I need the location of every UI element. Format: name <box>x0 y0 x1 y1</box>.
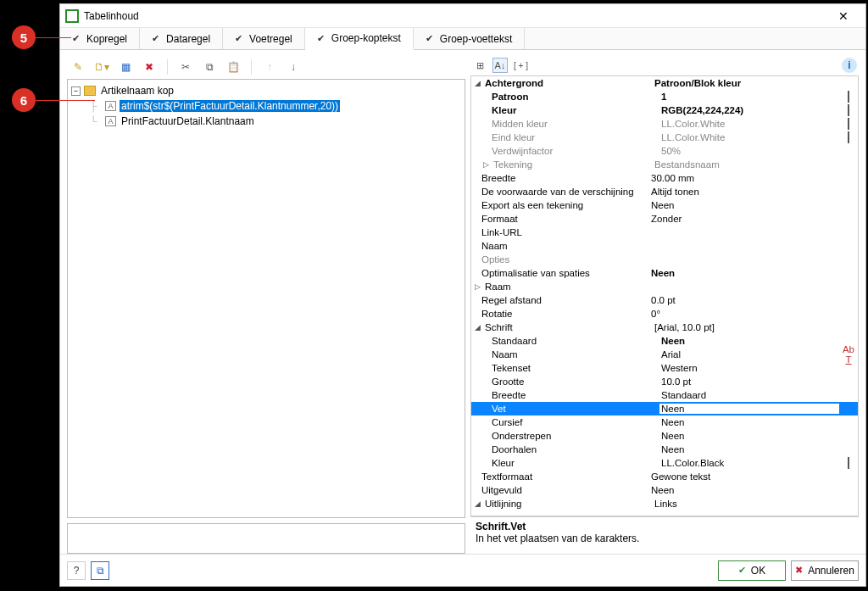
prop-textformaat[interactable]: Textformaat <box>480 471 649 482</box>
prop-voorwaarde[interactable]: De voorwaarde van de verschijning <box>480 187 649 197</box>
tab-voetregel[interactable]: ✔Voetregel <box>223 28 305 49</box>
check-icon: ✔ <box>152 33 159 44</box>
delete-icon[interactable]: ✖ <box>142 59 157 75</box>
property-toolbar: ⊞ A↓ [ + ] i <box>470 55 859 75</box>
prop-opties[interactable]: Opties <box>480 254 649 265</box>
text-field-icon: A <box>105 116 116 126</box>
paste-icon: 📋 <box>225 59 241 75</box>
prop-kleur[interactable]: Kleur <box>490 105 659 115</box>
copy-icon[interactable]: ⧉ <box>202 59 217 75</box>
field-tree[interactable]: − Artikelnaam kop ├ A atrim$(str$(PrintF… <box>67 79 465 518</box>
move-up-icon: ↑ <box>262 59 277 75</box>
prop-linkurl[interactable]: Link-URL <box>480 227 649 237</box>
move-down-icon[interactable]: ↓ <box>286 59 301 75</box>
expression-input[interactable] <box>67 523 465 554</box>
prop-export[interactable]: Export als een tekening <box>480 200 649 210</box>
tree-item-1[interactable]: ├ A atrim$(str$(PrintFactuurDetail.Klant… <box>71 98 461 114</box>
prop-achtergrond[interactable]: Achtergrond <box>483 78 653 88</box>
prop-vet[interactable]: Vet <box>490 404 659 414</box>
new-dropdown-icon[interactable]: 🗋▾ <box>94 59 109 75</box>
sort-az-icon[interactable]: A↓ <box>492 58 508 73</box>
prop-schrift-naam[interactable]: Naam <box>490 349 659 360</box>
prop-uitlijning[interactable]: Uitlijning <box>483 499 653 509</box>
right-pane: ⊞ A↓ [ + ] i ◢AchtergrondPatroon/Blok kl… <box>470 55 859 554</box>
check-icon: ✔ <box>738 565 746 576</box>
desc-title: Schrift.Vet <box>476 521 854 532</box>
window-title: Tabelinhoud <box>84 10 826 22</box>
property-grid[interactable]: ◢AchtergrondPatroon/Blok kleur Patroon1 … <box>470 75 859 516</box>
callout-6: 6 <box>12 88 36 112</box>
grid-icon[interactable]: ▦ <box>118 59 133 75</box>
left-pane: ✎ 🗋▾ ▦ ✖ ✂ ⧉ 📋 ↑ ↓ − Artikelnaam kop <box>67 55 465 554</box>
collapse-icon[interactable]: − <box>71 86 81 96</box>
folder-icon <box>84 86 96 96</box>
prop-tekenset[interactable]: Tekenset <box>490 363 659 373</box>
prop-eindkleur[interactable]: Eind kleur <box>490 132 659 142</box>
windows-icon[interactable]: ⧉ <box>91 561 109 580</box>
callout-5: 5 <box>12 25 36 49</box>
prop-tekening[interactable]: Tekening <box>492 159 653 170</box>
desc-text: In het vet plaatsen van de karakters. <box>476 532 854 544</box>
wand-icon[interactable]: ✎ <box>70 59 86 75</box>
prop-grootte[interactable]: Grootte <box>490 376 659 387</box>
prop-patroon[interactable]: Patroon <box>490 92 659 102</box>
tree-item-2[interactable]: └ A PrintFactuurDetail.Klantnaam <box>71 114 461 129</box>
categorize-icon[interactable]: ⊞ <box>472 58 487 73</box>
prop-naam[interactable]: Naam <box>480 241 649 251</box>
titlebar: Tabelinhoud ✕ <box>60 4 865 28</box>
check-icon: ✔ <box>235 33 242 44</box>
prop-middenkleur[interactable]: Midden kleur <box>490 119 659 129</box>
tree-item-2-label: PrintFactuurDetail.Klantnaam <box>120 115 256 127</box>
dialog-body: ✎ 🗋▾ ▦ ✖ ✂ ⧉ 📋 ↑ ↓ − Artikelnaam kop <box>60 50 865 554</box>
prop-raam[interactable]: Raam <box>483 282 653 292</box>
prop-doorhalen[interactable]: Doorhalen <box>490 444 659 454</box>
close-button[interactable]: ✕ <box>826 6 860 26</box>
property-description: Schrift.Vet In het vet plaatsen van de k… <box>470 516 859 554</box>
dialog-tabelinhoud: Tabelinhoud ✕ ✔Kopregel ✔Dataregel ✔Voet… <box>59 3 866 587</box>
info-icon[interactable]: i <box>842 58 857 73</box>
tree-item-1-label: atrim$(str$(PrintFactuurDetail.Klantnumm… <box>120 100 340 112</box>
tree-root[interactable]: − Artikelnaam kop <box>71 83 461 98</box>
tree-branch-icon: └ <box>85 115 102 127</box>
tab-groep-voettekst[interactable]: ✔Groep-voettekst <box>414 28 525 49</box>
expand-all-button[interactable]: [ + ] <box>513 58 529 73</box>
cancel-button[interactable]: ✖Annuleren <box>791 560 859 581</box>
check-icon: ✔ <box>426 33 433 44</box>
tab-groep-koptekst[interactable]: ✔Groep-koptekst <box>305 28 414 50</box>
app-icon <box>65 9 79 23</box>
prop-onderstrepen[interactable]: Onderstrepen <box>490 431 659 441</box>
check-icon: ✔ <box>72 33 80 44</box>
cut-icon[interactable]: ✂ <box>178 59 193 75</box>
tree-branch-icon: ├ <box>85 100 102 112</box>
prop-uitgevuld[interactable]: Uitgevuld <box>480 485 649 495</box>
check-icon: ✔ <box>317 33 325 44</box>
tabs: ✔Kopregel ✔Dataregel ✔Voetregel ✔Groep-k… <box>60 28 865 50</box>
tab-dataregel[interactable]: ✔Dataregel <box>140 28 223 49</box>
prop-breedte[interactable]: Breedte <box>480 173 649 183</box>
prop-optspaties[interactable]: Optimalisatie van spaties <box>480 268 649 278</box>
dialog-footer: ? ⧉ ✔OK ✖Annuleren <box>60 554 865 586</box>
tab-kopregel[interactable]: ✔Kopregel <box>60 28 140 49</box>
prop-rotatie[interactable]: Rotatie <box>480 309 649 319</box>
left-toolbar: ✎ 🗋▾ ▦ ✖ ✂ ⧉ 📋 ↑ ↓ <box>67 55 465 79</box>
prop-schrift-kleur[interactable]: Kleur <box>490 458 659 468</box>
prop-schrift-breedte[interactable]: Breedte <box>490 390 659 400</box>
tree-root-label: Artikelnaam kop <box>99 85 175 97</box>
prop-schrift[interactable]: Schrift <box>483 322 653 332</box>
help-icon[interactable]: ? <box>67 561 86 580</box>
text-field-icon: A <box>105 101 116 111</box>
ok-button[interactable]: ✔OK <box>718 560 786 581</box>
prop-cursief[interactable]: Cursief <box>490 417 659 427</box>
prop-standaard[interactable]: Standaard <box>490 336 659 346</box>
prop-verdwijnfactor[interactable]: Verdwijnfactor <box>490 146 659 156</box>
close-icon: ✖ <box>795 565 803 576</box>
prop-regelafstand[interactable]: Regel afstand <box>480 295 649 305</box>
prop-formaat[interactable]: Formaat <box>480 214 649 224</box>
